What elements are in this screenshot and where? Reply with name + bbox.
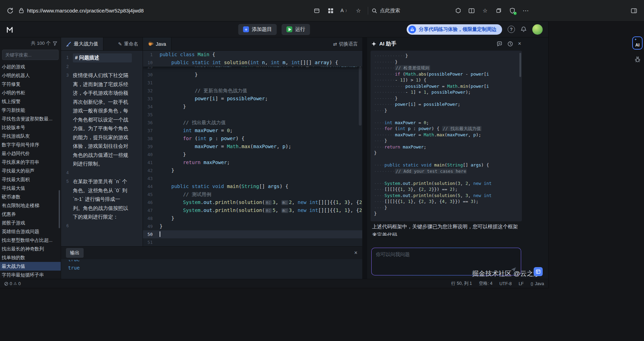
run-button[interactable]: 运行	[282, 24, 310, 35]
code-line[interactable]: ············- 1] + 1, possiblePower);	[374, 89, 518, 95]
markdown-row[interactable]: 4	[61, 169, 143, 178]
hub-icon[interactable]	[452, 5, 464, 17]
sidebar-item[interactable]: 寻找游戏队友	[0, 132, 61, 140]
sidebar-item[interactable]: 线上报警	[0, 97, 61, 106]
markdown-row[interactable]: 5在某款手游里共有 `n` 个角色。这些角色从 `0` 到 `n-1` 进行编号…	[61, 177, 143, 222]
sidebar-item[interactable]: 最小趋同代价	[0, 149, 61, 158]
cursor-position[interactable]: 行 50, 列 1	[451, 281, 472, 287]
toolbar-search[interactable]: 点此搜索	[372, 7, 400, 14]
marscode-logo-icon[interactable]	[6, 25, 16, 34]
problem-tab[interactable]: 最大战力值	[61, 37, 103, 50]
code-line[interactable]: 10 public static int solution(int n, int…	[143, 59, 362, 67]
code-line[interactable]	[374, 156, 518, 162]
code-line[interactable]: ············possiblePower = Math.min(pow…	[374, 83, 518, 89]
code-line[interactable]: 35	[143, 111, 362, 119]
feedback-icon[interactable]	[534, 267, 543, 276]
language-mode[interactable]: {} Java	[531, 281, 544, 286]
sidebar-item[interactable]: 学习新技能	[0, 106, 61, 114]
sidebar-item[interactable]: 摇骰子游戏	[0, 219, 61, 227]
sidebar-scrollbar[interactable]	[59, 190, 60, 228]
code-line[interactable]: ····}	[374, 138, 518, 144]
code-line[interactable]: ····}	[374, 205, 518, 211]
code-line[interactable]: ····for (int p : power) { // 找出最大战力值	[374, 126, 518, 132]
switch-language-button[interactable]: ⇄ 切换语言	[329, 37, 362, 50]
sidebar-item[interactable]: 寻找原来的字符串	[0, 158, 61, 167]
code-line[interactable]: 30 }	[143, 71, 362, 79]
code-line[interactable]: 47 System.out.println(solution(n:5, m:3,…	[143, 206, 362, 214]
code-line[interactable]: 33 power[i] = possiblePower;	[143, 95, 362, 103]
sidebar-item[interactable]: 小明的机器人	[0, 71, 61, 80]
add-problem-button[interactable]: + 添加题目	[238, 24, 277, 35]
notifications-bell-icon[interactable]	[520, 26, 527, 33]
code-line[interactable]: 45 // 测试用例	[143, 190, 362, 198]
code-line[interactable]: ········- 1]) > 1) {	[374, 77, 518, 83]
code-line[interactable]: 29 possiblePower = Math.min(power[i - 1]…	[143, 67, 362, 71]
code-line[interactable]: ········}	[374, 59, 518, 65]
code-line[interactable]: 34 }	[143, 103, 362, 111]
encoding-setting[interactable]: UTF-8	[499, 281, 511, 286]
code-line[interactable]: 48 }	[143, 214, 362, 222]
more-icon[interactable]: ⋯	[520, 5, 532, 17]
sidebar-item[interactable]: 字符修复	[0, 80, 61, 88]
code-line[interactable]: ····[][]{{1, 3}, {2, 2}}) == 2);	[374, 186, 518, 193]
address-bar[interactable]: https://www.marscode.cn/practice/5wr52p8…	[19, 8, 311, 14]
code-line[interactable]: ········power[i] = possiblePower;	[374, 101, 518, 108]
sidebar-item[interactable]: 硬币凑数	[0, 193, 61, 201]
sidebar-item[interactable]: 字符串最短循环子串	[0, 271, 61, 279]
eol-setting[interactable]: LF	[519, 281, 524, 286]
user-avatar[interactable]	[532, 24, 543, 35]
code-line[interactable]: 37 int maxPower = 0;	[143, 127, 362, 135]
code-line[interactable]: }	[374, 211, 518, 217]
ai-chat-input[interactable]	[372, 248, 521, 275]
problems-indicator[interactable]: 0 ⚠ 0	[4, 281, 21, 286]
markdown-row[interactable]: 3疫情使得人们线下社交隔离，进而刺激了宅娱乐经济，令手机游戏市场份额再次创新纪录…	[61, 71, 143, 169]
sidebar-item[interactable]: 找单独的数	[0, 253, 61, 262]
code-line[interactable]: 1public class Main {	[143, 51, 362, 59]
refresh-icon[interactable]	[4, 5, 16, 17]
collections-icon[interactable]	[493, 5, 505, 17]
favorites-bar-icon[interactable]: ☆	[479, 5, 491, 17]
language-tab[interactable]: Java	[143, 37, 171, 50]
sidebar-toggle-icon[interactable]	[628, 5, 640, 17]
split-screen-icon[interactable]	[466, 5, 477, 17]
share-banner[interactable]: 分享代码练习体验，领限量定制周边	[407, 24, 502, 35]
code-line[interactable]: 42 }	[143, 167, 362, 174]
code-line[interactable]: ····public static void main(String[] arg…	[374, 162, 518, 168]
sidebar-item[interactable]: 找出最长的神奇数列	[0, 245, 61, 253]
sidebar-search-input[interactable]	[5, 52, 56, 58]
apps-grid-icon[interactable]	[325, 5, 337, 17]
code-line[interactable]	[374, 174, 518, 180]
code-line[interactable]: 31	[143, 79, 362, 87]
code-line[interactable]: ········// Add your test cases here	[374, 168, 518, 174]
sidebar-item[interactable]: 找出整型数组中占比超...	[0, 236, 61, 245]
output-tab[interactable]: 输出	[66, 248, 84, 258]
code-line[interactable]: 32 // 更新当前角色战力值	[143, 87, 362, 95]
markdown-row[interactable]: 2	[61, 62, 143, 71]
markdown-row[interactable]: 6	[61, 222, 143, 231]
rename-button[interactable]: ✎ 重命名	[113, 37, 143, 50]
sidebar-item[interactable]: 寻找包含斐波那契数最...	[0, 114, 61, 123]
ai-assistant-toggle[interactable]: ✦ AI	[632, 36, 643, 50]
new-chat-icon[interactable]	[497, 41, 502, 47]
code-line[interactable]: 41 return maxPower;	[143, 159, 362, 167]
editor-scrollbar[interactable]	[359, 67, 362, 126]
sidebar-item[interactable]: 寻找最大的葫芦	[0, 167, 61, 175]
history-icon[interactable]	[507, 41, 513, 47]
bug-icon[interactable]	[634, 56, 641, 63]
code-line[interactable]: ········}	[374, 95, 518, 102]
code-line[interactable]: 40 }	[143, 151, 362, 159]
code-line[interactable]: ····int maxPower = 0;	[374, 120, 518, 126]
ai-code-scrollbar[interactable]	[519, 53, 521, 77]
code-line[interactable]: 36 // 找出最大战力值	[143, 119, 362, 127]
favorite-star-icon[interactable]: ☆	[353, 5, 364, 17]
code-line[interactable]: ····System.out.println(solution(5, 3, ne…	[374, 193, 518, 199]
indentation-setting[interactable]: 空格: 4	[479, 281, 492, 287]
code-line[interactable]: }	[374, 150, 518, 156]
sidebar-item[interactable]: 寻找最大面积	[0, 175, 61, 184]
filter-icon[interactable]	[53, 41, 57, 46]
sidebar-item[interactable]: 比较版本号	[0, 123, 61, 132]
code-line[interactable]: 43	[143, 174, 362, 182]
browser-shield-icon[interactable]: ✓	[506, 5, 518, 17]
output-close-icon[interactable]: ×	[354, 250, 357, 256]
ai-close-icon[interactable]: ×	[518, 41, 521, 46]
